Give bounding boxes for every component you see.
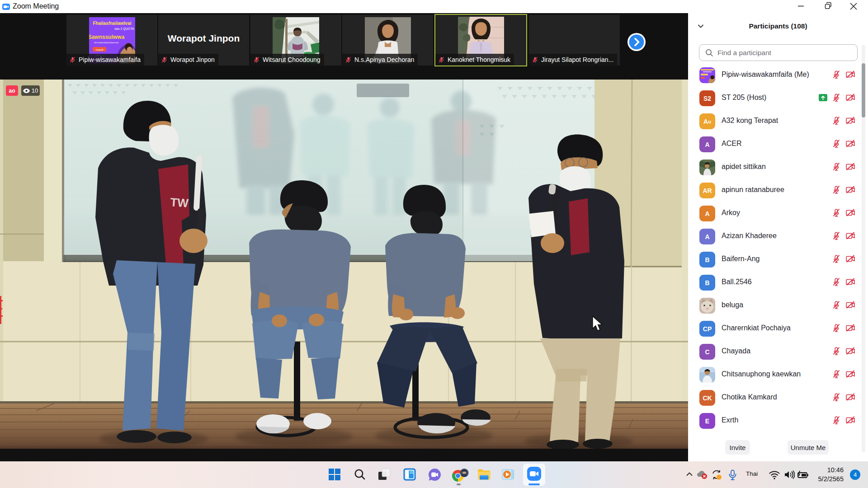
svg-text:TW: TW <box>170 195 189 210</box>
svg-text:sau 2 QUOTA: sau 2 QUOTA <box>114 27 134 31</box>
svg-text:Sawnssulwwa: Sawnssulwwa <box>89 34 125 40</box>
svg-text:Fhaiiasfnaiiawlvai: Fhaiiasfnaiiawlvai <box>93 21 131 26</box>
svg-text:uknowandaacdaanwai: uknowandaacdaanwai <box>94 41 118 44</box>
svg-text:nuaud: nuaud <box>96 48 104 51</box>
